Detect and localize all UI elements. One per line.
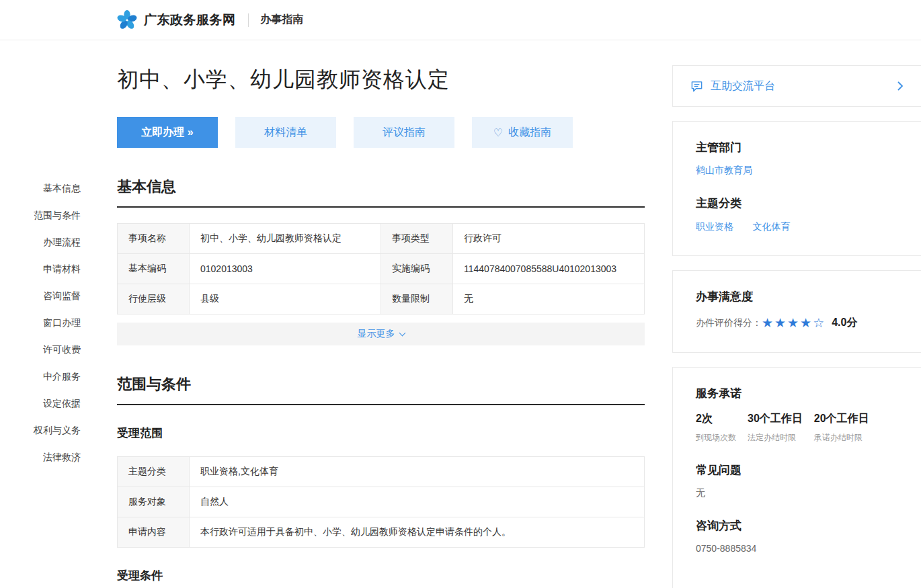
chevron-down-icon <box>399 329 405 336</box>
cell-value: 本行政许可适用于具备初中、小学、幼儿园教师资格认定申请条件的个人。 <box>190 517 645 548</box>
chevron-right-icon <box>897 81 904 91</box>
table-row: 主题分类 职业资格,文化体育 <box>118 457 645 487</box>
faq-heading: 常见问题 <box>696 462 898 478</box>
stat-value: 30个工作日 <box>748 412 803 426</box>
table-row: 服务对象 自然人 <box>118 487 645 517</box>
stat-legal-limit: 30个工作日 法定办结时限 <box>748 412 803 444</box>
main-content: 初中、小学、幼儿园教师资格认定 立即办理 » 材料清单 评议指南 ♡ 收藏指南 … <box>117 65 645 588</box>
topic-links: 职业资格 文化体育 <box>696 220 898 233</box>
stat-label: 承诺办结时限 <box>814 432 869 444</box>
contact-value: 0750-8885834 <box>696 543 898 554</box>
stat-visits: 2次 到现场次数 <box>696 412 736 444</box>
nav-item-agency[interactable]: 中介服务 <box>0 372 81 382</box>
basic-info-table: 事项名称 初中、小学、幼儿园教师资格认定 事项类型 行政许可 基本编码 0102… <box>117 223 645 314</box>
topic-heading: 主题分类 <box>696 196 898 211</box>
nav-item-materials[interactable]: 申请材料 <box>0 264 81 274</box>
nav-item-fees[interactable]: 许可收费 <box>0 345 81 355</box>
heart-icon: ♡ <box>493 126 503 139</box>
topic-link-culture[interactable]: 文化体育 <box>752 221 790 233</box>
cell-value: 0102013003 <box>190 254 381 284</box>
scope-heading: 范围与条件 <box>117 374 645 405</box>
star-rating-icon: ★★★★☆ <box>762 317 826 329</box>
dept-link[interactable]: 鹤山市教育局 <box>696 165 752 177</box>
cell-label: 行使层级 <box>118 284 190 314</box>
mutual-platform-link[interactable]: 互助交流平台 <box>672 65 921 107</box>
brand-link[interactable]: 广东政务服务网 <box>117 10 236 30</box>
nav-item-scope-conditions[interactable]: 范围与条件 <box>0 210 81 220</box>
topic-link-occupation[interactable]: 职业资格 <box>696 221 733 233</box>
cell-value: 职业资格,文化体育 <box>190 457 645 487</box>
cell-value: 11440784007085588U40102013003 <box>453 254 645 284</box>
scope-table: 主题分类 职业资格,文化体育 服务对象 自然人 申请内容 本行政许可适用于具备初… <box>117 456 645 548</box>
promise-stats: 2次 到现场次数 30个工作日 法定办结时限 20个工作日 承诺办结时限 <box>696 412 898 444</box>
nav-item-rights[interactable]: 权利与义务 <box>0 425 81 435</box>
nav-item-supervision[interactable]: 咨询监督 <box>0 291 81 301</box>
satisfaction-heading: 办事满意度 <box>696 289 898 304</box>
top-header: 广东政务服务网 办事指南 <box>0 0 921 40</box>
rating-row: 办件评价得分： ★★★★☆ 4.0分 <box>696 316 898 330</box>
cell-label: 基本编码 <box>118 254 190 284</box>
cell-label: 事项类型 <box>381 224 453 254</box>
gov-logo-icon <box>117 10 137 30</box>
cell-label: 事项名称 <box>118 224 190 254</box>
basic-info-heading: 基本信息 <box>117 177 645 208</box>
table-row: 申请内容 本行政许可适用于具备初中、小学、幼儿园教师资格认定申请条件的个人。 <box>118 517 645 548</box>
header-section-title: 办事指南 <box>261 13 304 27</box>
cell-label: 数量限制 <box>381 284 453 314</box>
nav-item-process[interactable]: 办理流程 <box>0 237 81 247</box>
stat-label: 法定办结时限 <box>748 432 803 444</box>
chat-bubble-icon <box>690 80 703 93</box>
nav-item-legal-remedy[interactable]: 法律救济 <box>0 452 81 462</box>
nav-item-window[interactable]: 窗口办理 <box>0 318 81 328</box>
action-buttons: 立即办理 » 材料清单 评议指南 ♡ 收藏指南 <box>117 117 645 148</box>
stat-label: 到现场次数 <box>696 432 736 444</box>
stat-promised-limit: 20个工作日 承诺办结时限 <box>814 412 869 444</box>
apply-now-button[interactable]: 立即办理 » <box>117 117 218 148</box>
service-promise-box: 服务承诺 2次 到现场次数 30个工作日 法定办结时限 20个工作日 承诺办结时… <box>672 367 921 588</box>
page: 广东政务服务网 办事指南 基本信息 范围与条件 办理流程 申请材料 咨询监督 窗… <box>0 0 921 588</box>
mutual-platform-label: 互助交流平台 <box>711 79 897 93</box>
table-row: 基本编码 0102013003 实施编码 11440784007085588U4… <box>118 254 645 284</box>
rating-score: 4.0分 <box>832 316 857 330</box>
contact-heading: 咨询方式 <box>696 518 898 534</box>
cell-value: 初中、小学、幼儿园教师资格认定 <box>190 224 381 254</box>
accept-scope-heading: 受理范围 <box>117 425 645 441</box>
cell-value: 县级 <box>190 284 381 314</box>
favorite-guide-label: 收藏指南 <box>508 126 551 140</box>
dept-heading: 主管部门 <box>696 140 898 155</box>
cell-label: 主题分类 <box>118 457 190 487</box>
material-list-button[interactable]: 材料清单 <box>235 117 336 148</box>
anchor-nav: 基本信息 范围与条件 办理流程 申请材料 咨询监督 窗口办理 许可收费 中介服务… <box>0 183 81 479</box>
right-sidebar: 互助交流平台 主管部门 鹤山市教育局 主题分类 职业资格 文化体育 办事满意度 … <box>672 65 921 588</box>
table-row: 行使层级 县级 数量限制 无 <box>118 284 645 314</box>
favorite-guide-button[interactable]: ♡ 收藏指南 <box>472 117 573 148</box>
cell-label: 申请内容 <box>118 517 190 548</box>
department-box: 主管部门 鹤山市教育局 主题分类 职业资格 文化体育 <box>672 121 921 256</box>
rating-label: 办件评价得分： <box>696 317 762 329</box>
brand-name: 广东政务服务网 <box>144 11 236 29</box>
review-guide-button[interactable]: 评议指南 <box>354 117 454 148</box>
table-row: 事项名称 初中、小学、幼儿园教师资格认定 事项类型 行政许可 <box>118 224 645 254</box>
stat-value: 2次 <box>696 412 736 426</box>
nav-item-basic-info[interactable]: 基本信息 <box>0 183 81 194</box>
cell-value: 无 <box>453 284 645 314</box>
faq-value: 无 <box>696 487 898 499</box>
show-more-button[interactable]: 显示更多 <box>117 323 645 345</box>
stat-value: 20个工作日 <box>814 412 869 426</box>
show-more-label: 显示更多 <box>358 328 395 340</box>
cell-value: 行政许可 <box>453 224 645 254</box>
accept-condition-heading: 受理条件 <box>117 568 645 583</box>
promise-heading: 服务承诺 <box>696 386 898 401</box>
cell-label: 实施编码 <box>381 254 453 284</box>
page-title: 初中、小学、幼儿园教师资格认定 <box>117 65 645 95</box>
satisfaction-box: 办事满意度 办件评价得分： ★★★★☆ 4.0分 <box>672 270 921 353</box>
cell-value: 自然人 <box>190 487 645 517</box>
cell-label: 服务对象 <box>118 487 190 517</box>
header-divider <box>248 13 249 27</box>
nav-item-legal-basis[interactable]: 设定依据 <box>0 398 81 409</box>
